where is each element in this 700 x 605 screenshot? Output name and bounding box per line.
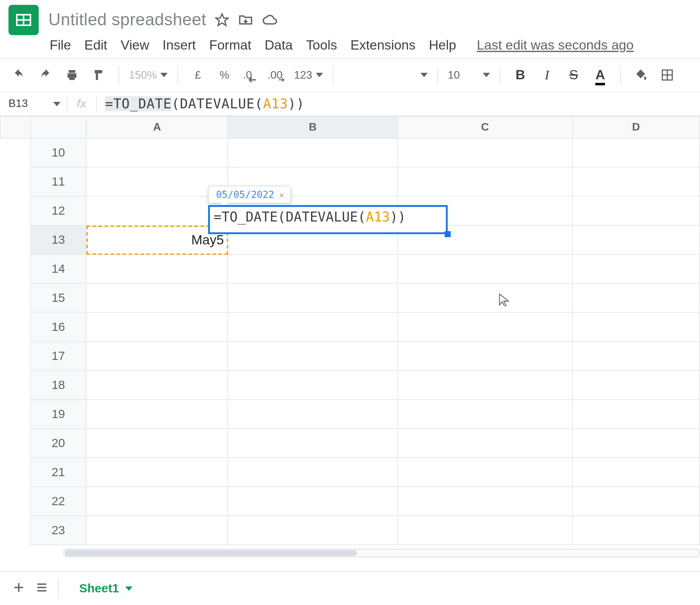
decrease-decimal-button[interactable]: .0 [241, 65, 261, 85]
cell[interactable] [86, 371, 228, 400]
cell[interactable] [86, 458, 228, 487]
cell-editor[interactable]: =TO_DATE(DATEVALUE(A13)) [208, 205, 448, 234]
cell[interactable] [572, 516, 700, 545]
cell[interactable] [86, 283, 228, 312]
row-header[interactable]: 10 [30, 138, 86, 167]
row-header[interactable]: 12 [30, 196, 86, 225]
cell[interactable] [86, 400, 228, 429]
cell[interactable]: May5 [86, 225, 228, 254]
cell[interactable] [398, 400, 573, 429]
cell[interactable] [572, 487, 700, 516]
menu-view[interactable]: View [121, 38, 149, 53]
cell[interactable] [398, 167, 573, 196]
close-icon[interactable]: ✕ [279, 190, 284, 199]
column-header[interactable]: A [86, 117, 228, 138]
cell[interactable] [572, 283, 700, 312]
font-family-dropdown[interactable] [343, 71, 428, 79]
cell[interactable] [398, 371, 573, 400]
sheets-logo[interactable] [9, 5, 39, 35]
menu-help[interactable]: Help [429, 38, 456, 53]
borders-button[interactable] [657, 65, 677, 85]
number-format-dropdown[interactable]: 123 [294, 69, 323, 81]
cell[interactable] [572, 429, 700, 458]
horizontal-scrollbar[interactable] [63, 547, 700, 559]
cell[interactable] [572, 225, 700, 254]
column-header[interactable]: D [572, 117, 700, 138]
cell[interactable] [228, 341, 398, 371]
cell[interactable] [86, 167, 228, 196]
cell[interactable] [398, 341, 573, 371]
row-header[interactable]: 11 [30, 167, 86, 196]
undo-icon[interactable] [9, 65, 29, 85]
cell[interactable] [398, 283, 573, 312]
move-folder-icon[interactable] [238, 12, 253, 28]
cell[interactable] [86, 341, 228, 371]
menu-file[interactable]: File [50, 38, 71, 53]
percent-button[interactable]: % [214, 65, 235, 85]
cell[interactable] [572, 341, 700, 371]
cell[interactable] [572, 138, 700, 167]
menu-extensions[interactable]: Extensions [350, 38, 415, 53]
cell[interactable] [228, 371, 398, 400]
text-color-button[interactable]: A [590, 65, 610, 85]
cell[interactable] [572, 312, 700, 341]
print-icon[interactable] [62, 65, 82, 85]
spreadsheet-grid[interactable]: ABCD 10111213May514151617181920212223 [0, 116, 700, 545]
bold-button[interactable]: B [510, 65, 530, 85]
cell[interactable] [228, 458, 398, 487]
menu-format[interactable]: Format [209, 38, 251, 53]
row-header[interactable]: 23 [30, 516, 86, 545]
cell[interactable] [572, 167, 700, 196]
cell[interactable] [228, 138, 398, 167]
row-header[interactable]: 20 [30, 429, 86, 458]
cell[interactable] [86, 254, 228, 283]
cloud-status-icon[interactable] [262, 12, 278, 28]
cell[interactable] [228, 254, 398, 283]
cell[interactable] [398, 138, 573, 167]
cell[interactable] [398, 516, 573, 545]
fill-color-button[interactable] [631, 65, 651, 85]
cell[interactable] [228, 312, 398, 341]
cell[interactable] [86, 138, 228, 167]
cell[interactable] [86, 429, 228, 458]
all-sheets-button[interactable] [35, 580, 49, 596]
cell[interactable] [86, 312, 228, 341]
row-header[interactable]: 21 [30, 458, 86, 487]
row-header[interactable]: 16 [30, 312, 86, 341]
cell[interactable] [398, 458, 573, 487]
cell[interactable] [86, 516, 228, 545]
cell[interactable] [572, 254, 700, 283]
menu-edit[interactable]: Edit [84, 38, 107, 53]
cell[interactable] [572, 458, 700, 487]
row-header[interactable]: 17 [30, 341, 86, 371]
cell[interactable] [572, 371, 700, 400]
column-header[interactable]: C [398, 117, 573, 138]
select-all-corner[interactable] [0, 117, 30, 138]
row-header[interactable]: 13 [30, 225, 86, 254]
cell[interactable] [228, 516, 398, 545]
formula-input[interactable]: =TO_DATE(DATEVALUE(A13)) [105, 96, 305, 111]
add-sheet-button[interactable] [12, 580, 25, 596]
strikethrough-button[interactable]: S [563, 65, 584, 85]
cell[interactable] [398, 312, 573, 341]
increase-decimal-button[interactable]: .00 [267, 65, 288, 85]
redo-icon[interactable] [35, 65, 56, 85]
cell[interactable] [572, 400, 700, 429]
italic-button[interactable]: I [537, 65, 557, 85]
row-header[interactable]: 18 [30, 371, 86, 400]
row-header[interactable]: 15 [30, 283, 86, 312]
paint-format-icon[interactable] [88, 65, 109, 85]
row-header[interactable]: 22 [30, 487, 86, 516]
menu-tools[interactable]: Tools [306, 38, 337, 53]
cell[interactable] [398, 429, 573, 458]
zoom-dropdown[interactable]: 150% [129, 69, 167, 81]
menu-data[interactable]: Data [265, 38, 293, 53]
cell[interactable] [228, 429, 398, 458]
cell[interactable] [398, 487, 573, 516]
row-header[interactable]: 14 [30, 254, 86, 283]
row-header[interactable]: 19 [30, 400, 86, 429]
sheet-tab[interactable]: Sheet1 [68, 577, 143, 600]
last-edit-link[interactable]: Last edit was seconds ago [477, 38, 634, 53]
font-size-dropdown[interactable]: 10 [448, 69, 490, 81]
name-box[interactable]: B13 [0, 97, 67, 110]
